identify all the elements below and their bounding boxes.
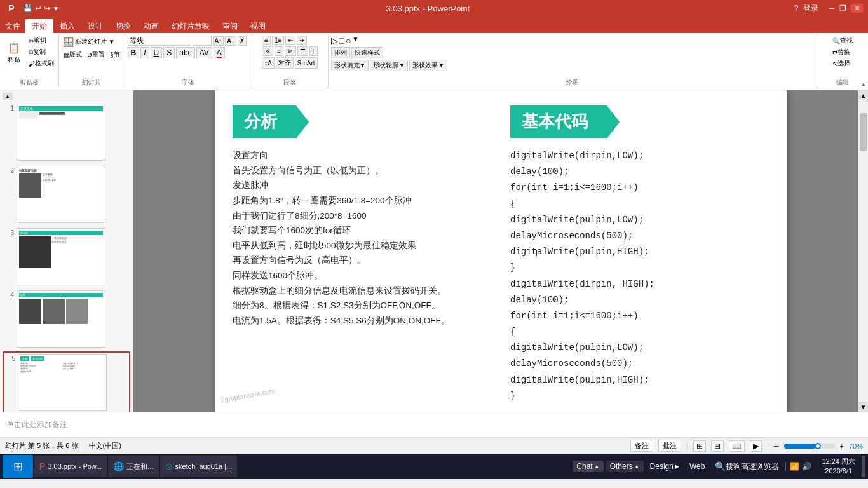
shape-effect-button[interactable]: 形状效果▼ (409, 60, 447, 71)
others-tray-item[interactable]: Others ▲ (606, 461, 644, 472)
network-icon[interactable]: 📶 (790, 462, 799, 471)
underline-button[interactable]: U (151, 47, 163, 58)
sougou-tray-item[interactable]: 🔍 搜狗高速浏览器 (711, 460, 783, 473)
align-center-button[interactable]: ≡ (275, 46, 283, 56)
font-family-input[interactable] (128, 36, 191, 46)
tab-insert[interactable]: 插入 (53, 19, 81, 33)
scroll-thumb[interactable] (860, 113, 867, 151)
clock[interactable]: 12:24 周六 2020/8/1 (818, 457, 859, 477)
tab-view[interactable]: 视图 (244, 19, 272, 33)
shape-fill-button[interactable]: 形状填充▼ (331, 60, 369, 71)
arrange-button[interactable]: 排列 (331, 47, 350, 58)
quick-styles-button[interactable]: 快速样式 (351, 47, 383, 58)
strikethrough-button[interactable]: S (163, 47, 175, 58)
zoom-slider[interactable] (784, 444, 835, 449)
web-tray-item[interactable]: Web (686, 461, 709, 472)
slide-canvas: lightplansafe.com 分析 设置方向 (215, 90, 787, 412)
zoom-level[interactable]: 70% (849, 442, 863, 450)
italic-button[interactable]: I (140, 47, 149, 58)
tab-transitions[interactable]: 切换 (109, 19, 137, 33)
font-decrease-button[interactable]: A↓ (225, 36, 236, 46)
text-direction-button[interactable]: ↕A (262, 57, 275, 69)
select-button[interactable]: ↖ 选择 (831, 58, 855, 69)
scroll-down-button[interactable]: ▼ (858, 402, 869, 412)
shape-outline-button[interactable]: 形状轮廓▼ (370, 60, 408, 71)
justify-button[interactable]: ☰ (297, 46, 308, 56)
scroll-track[interactable] (860, 100, 867, 402)
tab-animations[interactable]: 动画 (137, 19, 165, 33)
undo-icon[interactable]: ↩ (35, 4, 41, 13)
vertical-scrollbar[interactable]: ▲ ▼ (858, 90, 868, 412)
clear-format-button[interactable]: ✗ (238, 36, 247, 46)
zoom-in-button[interactable]: + (840, 442, 844, 450)
cut-button[interactable]: ✂ 剪切 (27, 36, 56, 46)
new-slide-button[interactable]: 🪟 新建幻灯片 ▼ (62, 36, 116, 48)
collapse-ribbon-button[interactable]: ▲ (860, 79, 867, 88)
minimize-button[interactable]: ─ (829, 4, 834, 13)
slideshow-button[interactable]: ▶ (750, 440, 762, 452)
tab-design[interactable]: 设计 (81, 19, 109, 33)
volume-icon[interactable]: 🔊 (802, 462, 811, 471)
notes-bar[interactable]: 单击此处添加备注 (0, 412, 868, 437)
section-button[interactable]: § 节 (108, 50, 122, 60)
bold-button[interactable]: B (128, 47, 140, 58)
slide-thumb-2[interactable]: 2 4细步进电机 技术参数 步距角: 1.8° (3, 165, 130, 224)
close-button[interactable]: ✕ (851, 4, 863, 13)
scroll-up-button[interactable]: ▲ (858, 90, 869, 100)
comments-toggle-button[interactable]: 批注 (658, 440, 681, 452)
copy-button[interactable]: ⧉ 复制 (27, 47, 56, 57)
align-left-button[interactable]: ⫷ (262, 46, 273, 56)
chat-tray-item[interactable]: Chat ▲ (573, 461, 603, 472)
shape-arrow-icon[interactable]: ▷ (331, 36, 338, 46)
smartart-button[interactable]: SmArt (295, 57, 318, 69)
zoom-thumb[interactable] (815, 443, 821, 449)
notes-toggle-button[interactable]: 备注 (630, 440, 653, 452)
paste-button[interactable]: 📋 粘贴 (3, 39, 25, 65)
tab-home[interactable]: 开始 (25, 19, 53, 33)
decrease-indent-button[interactable]: ⇤ (285, 36, 295, 45)
slide-thumb-5[interactable]: 5 分析 基本代码 设置方向首先设置方向信号发送脉冲步距角为1.8° digit… (3, 351, 130, 412)
taskbar-powerpoint[interactable]: P 3.03.pptx - Pow... (34, 456, 107, 477)
font-increase-button[interactable]: A↑ (213, 36, 224, 46)
align-right-button[interactable]: ⫸ (285, 46, 296, 56)
tab-review[interactable]: 审阅 (216, 19, 244, 33)
char-spacing-button[interactable]: AV (196, 47, 212, 58)
reset-button[interactable]: ↺ 重置 (85, 50, 107, 60)
normal-view-button[interactable]: ⊞ (693, 440, 706, 452)
zoom-out-button[interactable]: ─ (774, 442, 779, 450)
layout-button[interactable]: ▦ 版式 (62, 50, 84, 60)
start-button[interactable]: ⊞ (3, 455, 33, 478)
design-tray-item[interactable]: Design ▶ (646, 461, 683, 472)
shadow-button[interactable]: abc (176, 47, 194, 58)
customize-qat-icon[interactable]: ▼ (53, 5, 59, 12)
restore-button[interactable]: ❐ (839, 4, 846, 13)
save-icon[interactable]: 💾 (23, 4, 32, 13)
redo-icon[interactable]: ↪ (44, 4, 50, 13)
slide-thumb-1[interactable]: 1 步进电机 (3, 102, 130, 162)
format-painter-button[interactable]: 🖌 格式刷 (27, 58, 56, 69)
replace-button[interactable]: ⇄ 替换 (831, 47, 855, 57)
font-color-button[interactable]: A (214, 47, 225, 58)
slide-sorter-button[interactable]: ⊟ (711, 440, 724, 452)
reading-view-button[interactable]: 📖 (729, 440, 745, 452)
shapes-more-icon[interactable]: ▼ (353, 36, 359, 46)
show-desktop-button[interactable] (862, 456, 865, 477)
taskbar-arduino[interactable]: ⊙ sketch_aug01a |... (160, 456, 238, 477)
increase-indent-button[interactable]: ⇥ (297, 36, 307, 45)
shape-rect-icon[interactable]: □ (339, 36, 344, 46)
login-button[interactable]: 登录 (803, 3, 818, 14)
find-button[interactable]: 🔍 查找 (831, 36, 855, 46)
columns-button[interactable]: ⫶ (309, 46, 318, 56)
slide-panel-scroll-up[interactable]: ▲ (3, 93, 13, 100)
taskbar-browser1[interactable]: 🌐 正在和... (108, 456, 158, 477)
file-tab[interactable]: 文件 (0, 19, 25, 33)
numbering-button[interactable]: 1≡ (272, 36, 284, 45)
help-icon[interactable]: ? (794, 4, 799, 13)
tab-slideshow[interactable]: 幻灯片放映 (165, 19, 216, 33)
slide-thumb-4[interactable]: 4 接线 (3, 289, 130, 349)
shape-circle-icon[interactable]: ○ (346, 36, 351, 46)
align-text-button[interactable]: 对齐 (276, 57, 294, 69)
bullets-button[interactable]: ≡ (262, 36, 271, 45)
font-size-input[interactable] (193, 36, 212, 46)
slide-thumb-3[interactable]: 3 驱动板 一体化驱动器 支持细分设置 (3, 227, 130, 287)
